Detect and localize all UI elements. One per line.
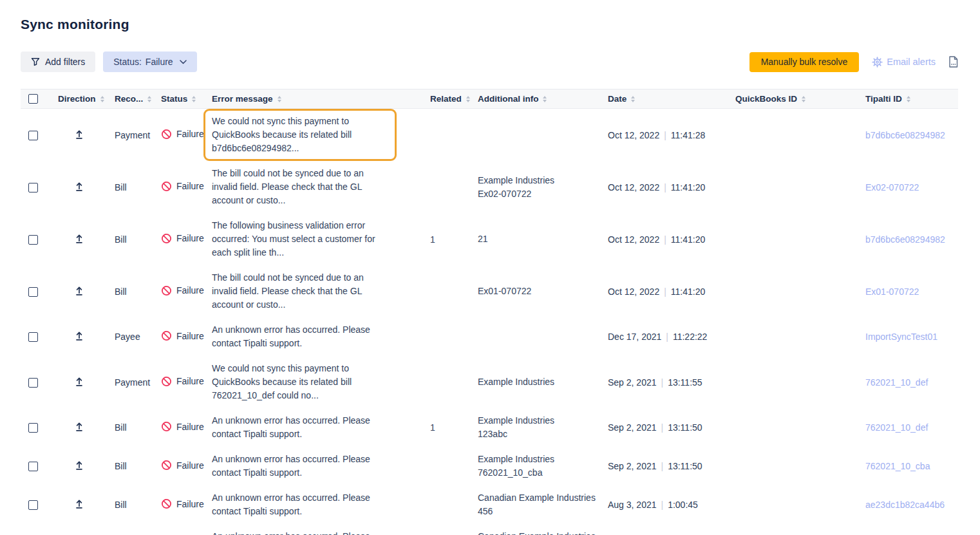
table-row: Bill Failure An unknown error has occurr… xyxy=(21,408,958,447)
status-label: Failure xyxy=(176,331,204,341)
additional-info-line1: 21 xyxy=(478,232,596,246)
status-filter-label: Status: xyxy=(113,57,142,67)
column-header-additional[interactable]: Additional info xyxy=(478,94,547,104)
status-label: Failure xyxy=(176,129,204,139)
column-header-error[interactable]: Error message xyxy=(212,94,281,104)
toolbar-right: Manually bulk resolve Email alerts xyxy=(749,52,958,72)
tipalti-id-link[interactable]: ae23dc1b82ca44b6 xyxy=(865,500,945,510)
failure-icon xyxy=(161,330,172,341)
sort-icon xyxy=(192,96,196,102)
date-time-divider: | xyxy=(659,130,671,140)
table-row: Payment Failure We could not sync this p… xyxy=(21,356,958,408)
table-body: Payment Failure We could not sync this p… xyxy=(21,109,958,535)
row-checkbox[interactable] xyxy=(28,235,38,245)
failure-icon xyxy=(161,498,172,509)
date-time-divider: | xyxy=(659,234,671,245)
time-value: 13:11:50 xyxy=(668,461,702,471)
record-type: Bill xyxy=(103,500,149,510)
select-all-checkbox[interactable] xyxy=(28,94,38,104)
additional-info-line2: 456 xyxy=(478,505,596,518)
email-alerts-link[interactable]: Email alerts xyxy=(872,57,936,68)
date-value: Sep 2, 2021 xyxy=(608,422,657,433)
error-message: An unknown error has occurred. Please co… xyxy=(203,524,397,535)
time-value: 11:41:20 xyxy=(671,234,705,245)
record-type: Bill xyxy=(103,286,149,297)
add-filters-label: Add filters xyxy=(45,57,85,67)
additional-info-line1: Example Industries xyxy=(478,453,596,466)
related-count: 1 xyxy=(419,422,466,433)
record-type: Payment xyxy=(103,377,149,388)
additional-info-line1: Ex01-070722 xyxy=(478,285,596,298)
sort-icon xyxy=(278,96,281,102)
status-label: Failure xyxy=(176,460,204,471)
table-header-row: Direction Reco... Status Error message R… xyxy=(21,89,958,109)
time-value: 11:41:28 xyxy=(671,130,705,140)
additional-info-line1: Example Industries xyxy=(478,375,596,389)
tipalti-id-link[interactable]: b7d6bc6e08294982 xyxy=(865,130,945,140)
column-header-status[interactable]: Status xyxy=(161,94,196,104)
status-label: Failure xyxy=(176,233,204,243)
table-row: Payee Failure An unknown error has occur… xyxy=(21,317,958,356)
date-value: Oct 12, 2022 xyxy=(608,234,659,245)
add-filters-button[interactable]: Add filters xyxy=(21,52,95,72)
date-time-divider: | xyxy=(657,422,668,433)
column-header-record[interactable]: Reco... xyxy=(115,94,151,104)
manually-bulk-resolve-button[interactable]: Manually bulk resolve xyxy=(749,52,860,72)
row-checkbox[interactable] xyxy=(28,131,38,140)
date-value: Dec 17, 2021 xyxy=(608,332,661,342)
sync-monitoring-page: Sync monitoring Add filters Status: Fail… xyxy=(0,0,980,535)
tipalti-id-link[interactable]: Ex01-070722 xyxy=(865,286,919,297)
additional-info-line2: 123abc xyxy=(478,427,596,441)
status-label: Failure xyxy=(176,181,204,191)
table-row: Payment Failure We could not sync this p… xyxy=(21,109,958,161)
failure-icon xyxy=(161,129,172,140)
upload-icon xyxy=(75,331,84,341)
date-time-divider: | xyxy=(657,377,668,388)
date-time-divider: | xyxy=(661,332,673,342)
upload-icon xyxy=(75,182,84,191)
table-row: Bill Failure An unknown error has occurr… xyxy=(21,485,958,524)
tipalti-id-link[interactable]: 762021_10_cba xyxy=(865,461,930,471)
status-filter-value: Failure xyxy=(146,57,173,67)
sort-icon xyxy=(802,96,806,102)
column-header-quickbooks[interactable]: QuickBooks ID xyxy=(735,94,806,104)
row-checkbox[interactable] xyxy=(28,332,38,342)
record-type: Bill xyxy=(103,234,149,245)
toolbar: Add filters Status: Failure Manually bul… xyxy=(21,52,958,72)
record-type: Bill xyxy=(103,422,149,433)
error-message: An unknown error has occurred. Please co… xyxy=(203,408,397,447)
upload-icon xyxy=(75,499,84,509)
error-message: The following business validation error … xyxy=(203,213,397,265)
time-value: 11:41:20 xyxy=(671,286,705,297)
column-header-direction[interactable]: Direction xyxy=(58,94,104,104)
page-title: Sync monitoring xyxy=(21,17,958,32)
tipalti-id-link[interactable]: 762021_10_def xyxy=(865,422,928,433)
date-time-divider: | xyxy=(657,500,668,510)
sync-log-file-icon[interactable] xyxy=(948,56,958,68)
upload-icon xyxy=(75,129,84,139)
date-value: Sep 2, 2021 xyxy=(608,377,657,388)
column-header-tipalti[interactable]: Tipalti ID xyxy=(865,94,910,104)
email-alerts-label: Email alerts xyxy=(887,57,936,67)
error-message: An unknown error has occurred. Please co… xyxy=(203,447,397,485)
status-filter-chip[interactable]: Status: Failure xyxy=(103,52,196,72)
chevron-down-icon xyxy=(180,60,187,64)
row-checkbox[interactable] xyxy=(28,378,38,388)
row-checkbox[interactable] xyxy=(28,423,38,433)
upload-icon xyxy=(75,234,84,243)
tipalti-id-link[interactable]: b7d6bc6e08294982 xyxy=(865,234,945,245)
tipalti-id-link[interactable]: 762021_10_def xyxy=(865,377,928,388)
row-checkbox[interactable] xyxy=(28,287,38,297)
tipalti-id-link[interactable]: Ex02-070722 xyxy=(865,182,919,192)
tipalti-id-link[interactable]: ImportSyncTest01 xyxy=(865,332,938,342)
additional-info-line1: Canadian Example Industries xyxy=(478,530,596,535)
row-checkbox[interactable] xyxy=(28,462,38,471)
column-header-date[interactable]: Date xyxy=(608,94,635,104)
time-value: 11:41:20 xyxy=(671,182,705,192)
failure-icon xyxy=(161,181,172,192)
table-row: Bill Failure The bill could not be synce… xyxy=(21,265,958,317)
row-checkbox[interactable] xyxy=(28,500,38,510)
column-header-related[interactable]: Related xyxy=(430,94,470,104)
row-checkbox[interactable] xyxy=(28,183,38,192)
failure-icon xyxy=(161,421,172,432)
